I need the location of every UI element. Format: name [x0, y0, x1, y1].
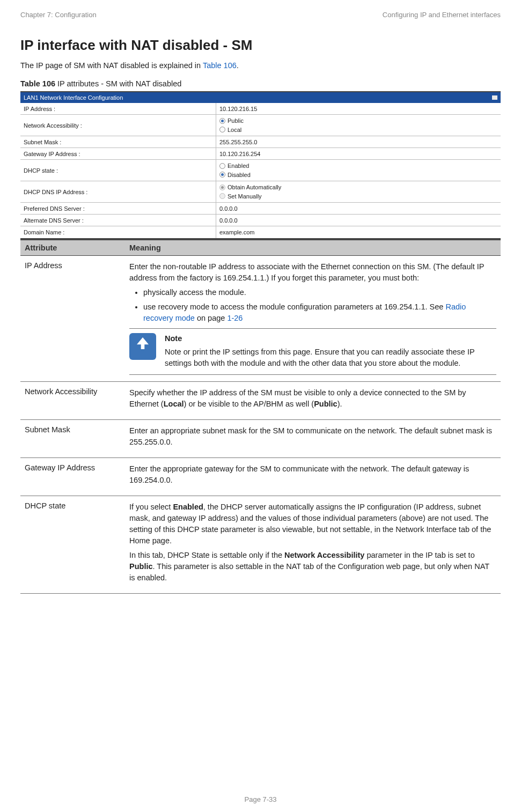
dns-label: DHCP DNS IP Address :	[20, 181, 216, 202]
na-radio-public[interactable]	[219, 118, 225, 124]
pdns-label: Preferred DNS Server :	[20, 203, 216, 214]
gw-value[interactable]: 10.120.216.254	[216, 149, 501, 159]
subnet-value[interactable]: 255.255.255.0	[216, 137, 501, 147]
r5-p2-post: . This parameter is also settable in the…	[129, 562, 489, 582]
r4-p: Enter the appropriate gateway for the SM…	[129, 463, 496, 486]
cfg-row-pdns: Preferred DNS Server : 0.0.0.0	[20, 203, 501, 215]
r2-meaning: Specify whether the IP address of the SM…	[125, 387, 501, 413]
r5-p1-b: Enabled	[173, 503, 203, 511]
r5-attr: DHCP state	[20, 501, 125, 587]
attr-head: Attribute Meaning	[20, 240, 501, 256]
na-value: Public Local	[216, 115, 501, 136]
th-attribute: Attribute	[20, 240, 125, 255]
cfg-row-gw: Gateway IP Address : 10.120.216.254	[20, 148, 501, 160]
panel-header: LAN1 Network Interface Configuration	[20, 92, 501, 103]
r1-li2-pre: use recovery mode to access the module c…	[143, 302, 445, 311]
dhcp-value: Enabled Disabled	[216, 160, 501, 181]
r2-post: ).	[337, 400, 342, 408]
r3-meaning: Enter an appropriate subnet mask for the…	[125, 425, 501, 451]
r4-attr: Gateway IP Address	[20, 463, 125, 489]
r5-meaning: If you select Enabled, the DHCP server a…	[125, 501, 501, 587]
r3-attr: Subnet Mask	[20, 425, 125, 451]
dhcp-opt1: Enabled	[228, 161, 249, 171]
na-opt1: Public	[228, 116, 244, 126]
caption-bold: Table 106	[20, 79, 55, 88]
page-footer: Page 7-33	[0, 795, 521, 803]
ip-value[interactable]: 10.120.216.15	[216, 104, 501, 114]
dns-radio-auto	[219, 184, 225, 190]
adns-label: Alternate DNS Server :	[20, 215, 216, 226]
r1-li2-mid: on page	[195, 314, 227, 322]
intro-pre: The IP page of SM with NAT disabled is e…	[20, 61, 203, 70]
cfg-row-domain: Domain Name : example.com	[20, 226, 501, 238]
na-opt2: Local	[228, 126, 241, 135]
adns-value[interactable]: 0.0.0.0	[216, 216, 501, 225]
r2-b1: Local	[164, 400, 184, 408]
domain-label: Domain Name :	[20, 226, 216, 238]
minimize-icon[interactable]	[492, 95, 497, 100]
note-icon	[129, 333, 156, 360]
r3-p: Enter an appropriate subnet mask for the…	[129, 425, 496, 448]
na-radio-local[interactable]	[219, 127, 225, 132]
th-meaning: Meaning	[125, 240, 501, 255]
config-panel: LAN1 Network Interface Configuration IP …	[20, 91, 501, 239]
r2-mid: ) or be visible to the AP/BHM as well (	[184, 400, 314, 408]
note-title: Note	[165, 333, 496, 344]
dns-opt1: Obtain Automatically	[228, 183, 281, 192]
pdns-value[interactable]: 0.0.0.0	[216, 204, 501, 213]
page-title: IP interface with NAT disabled - SM	[20, 37, 501, 54]
intro-post: .	[237, 61, 239, 70]
cfg-row-subnet: Subnet Mask : 255.255.255.0	[20, 136, 501, 148]
caption-rest: IP attributes - SM with NAT disabled	[55, 79, 181, 88]
r2-b2: Public	[314, 400, 337, 408]
row-subnet-mask: Subnet Mask Enter an appropriate subnet …	[20, 420, 501, 458]
header-left: Chapter 7: Configuration	[20, 11, 97, 19]
r1-li2: use recovery mode to access the module c…	[143, 301, 496, 324]
r5-p2-pre: In this tab, DHCP State is settable only…	[129, 551, 284, 559]
dhcp-opt2: Disabled	[228, 171, 251, 180]
na-label: Network Accessibility :	[20, 115, 216, 136]
row-ip-address: IP Address Enter the non-routable IP add…	[20, 256, 501, 382]
attribute-table: Attribute Meaning IP Address Enter the n…	[20, 239, 501, 594]
table-caption: Table 106 IP attributes - SM with NAT di…	[20, 79, 501, 88]
row-gateway-ip: Gateway IP Address Enter the appropriate…	[20, 458, 501, 496]
r4-meaning: Enter the appropriate gateway for the SM…	[125, 463, 501, 489]
gw-label: Gateway IP Address :	[20, 148, 216, 159]
note-box: Note Note or print the IP settings from …	[129, 328, 496, 375]
r1-attr: IP Address	[20, 261, 125, 375]
r1-li2-link2[interactable]: 1-26	[227, 314, 243, 322]
subnet-label: Subnet Mask :	[20, 136, 216, 147]
ip-label: IP Address :	[20, 103, 216, 114]
dns-opt2: Set Manually	[228, 192, 262, 201]
row-network-accessibility: Network Accessibility Specify whether th…	[20, 382, 501, 420]
note-text: Note or print the IP settings from this …	[165, 346, 496, 369]
dns-value: Obtain Automatically Set Manually	[216, 181, 501, 202]
cfg-row-dns: DHCP DNS IP Address : Obtain Automatical…	[20, 181, 501, 203]
note-body: Note Note or print the IP settings from …	[165, 333, 496, 369]
cfg-row-dhcp: DHCP state : Enabled Disabled	[20, 160, 501, 181]
intro-paragraph: The IP page of SM with NAT disabled is e…	[20, 61, 501, 70]
dns-radio-manual	[219, 193, 225, 199]
row-dhcp-state: DHCP state If you select Enabled, the DH…	[20, 496, 501, 594]
cfg-row-ip: IP Address : 10.120.216.15	[20, 103, 501, 115]
r1-p1: Enter the non-routable IP address to ass…	[129, 261, 496, 284]
r5-p1-pre: If you select	[129, 503, 173, 511]
r5-p2-mid: parameter in the IP tab is set to	[364, 551, 474, 559]
r5-p2-b2: Public	[129, 562, 153, 571]
header-right: Configuring IP and Ethernet interfaces	[383, 11, 501, 19]
intro-link[interactable]: Table 106	[203, 61, 237, 70]
cfg-row-adns: Alternate DNS Server : 0.0.0.0	[20, 215, 501, 226]
panel-title: LAN1 Network Interface Configuration	[24, 94, 123, 101]
domain-value[interactable]: example.com	[216, 227, 501, 237]
dhcp-label: DHCP state :	[20, 160, 216, 181]
cfg-row-na: Network Accessibility : Public Local	[20, 115, 501, 136]
dhcp-radio-enabled[interactable]	[219, 163, 225, 169]
r2-attr: Network Accessibility	[20, 387, 125, 413]
page-header: Chapter 7: Configuration Configuring IP …	[20, 11, 501, 19]
r1-meaning: Enter the non-routable IP address to ass…	[125, 261, 501, 375]
dhcp-radio-disabled[interactable]	[219, 172, 225, 178]
r1-li1: physically access the module.	[143, 287, 496, 298]
r5-p2-b1: Network Accessibility	[284, 551, 364, 559]
